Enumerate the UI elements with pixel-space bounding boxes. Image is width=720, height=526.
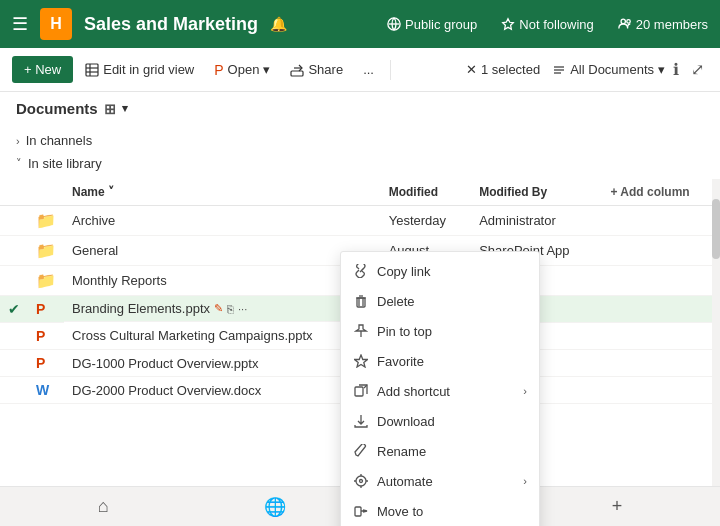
site-library-chevron: ˅ bbox=[16, 157, 22, 170]
file-name[interactable]: Archive bbox=[64, 206, 381, 236]
file-name[interactable]: DG-1000 Product Overview.pptx bbox=[64, 350, 381, 377]
col-modified-by[interactable]: Modified By bbox=[471, 179, 602, 206]
menu-item-favorite[interactable]: Favorite bbox=[341, 346, 539, 376]
col-icon bbox=[28, 179, 64, 206]
selected-count: 1 selected bbox=[481, 62, 540, 77]
rename-label: Rename bbox=[377, 444, 426, 459]
svg-point-18 bbox=[356, 476, 366, 486]
file-modified-by: Administrator bbox=[471, 206, 602, 236]
site-title: Sales and Marketing bbox=[84, 14, 258, 35]
menu-item-move-to[interactable]: Move to bbox=[341, 496, 539, 526]
file-name[interactable]: DG-2000 Product Overview.docx bbox=[64, 377, 381, 404]
context-menu: Copy link Delete Pin to top Favorite bbox=[340, 251, 540, 526]
menu-item-automate[interactable]: Automate › bbox=[341, 466, 539, 496]
download-icon bbox=[353, 413, 369, 429]
info-button[interactable]: ℹ bbox=[669, 56, 683, 83]
more-button[interactable]: ... bbox=[355, 56, 382, 83]
col-name[interactable]: Name ˅ bbox=[64, 179, 381, 206]
svg-rect-14 bbox=[357, 298, 365, 307]
plus-icon[interactable]: + bbox=[612, 496, 623, 517]
public-group[interactable]: Public group bbox=[387, 17, 477, 32]
svg-marker-2 bbox=[503, 19, 514, 30]
new-button[interactable]: + New bbox=[12, 56, 73, 83]
globe-icon[interactable]: 🌐 bbox=[264, 496, 286, 518]
delete-icon bbox=[353, 293, 369, 309]
members-label: 20 members bbox=[636, 17, 708, 32]
delete-label: Delete bbox=[377, 294, 415, 309]
channels-chevron: › bbox=[16, 135, 20, 147]
file-name[interactable]: Cross Cultural Marketing Campaigns.pptx bbox=[64, 323, 381, 350]
menu-item-download[interactable]: Download bbox=[341, 406, 539, 436]
svg-point-19 bbox=[360, 480, 363, 483]
more-file-icon[interactable]: ··· bbox=[238, 303, 247, 315]
copy-link-label: Copy link bbox=[377, 264, 430, 279]
col-add[interactable]: + Add column bbox=[602, 179, 720, 206]
menu-item-rename[interactable]: Rename bbox=[341, 436, 539, 466]
app-logo: H bbox=[40, 8, 72, 40]
file-list-area: Name ˅ Modified Modified By + Add column… bbox=[0, 179, 720, 526]
not-following-label: Not following bbox=[519, 17, 593, 32]
expand-button[interactable]: ⤢ bbox=[687, 56, 708, 83]
site-library-label: In site library bbox=[28, 156, 102, 171]
logo-letter: H bbox=[50, 15, 62, 33]
open-label: Open bbox=[228, 62, 260, 77]
svg-point-3 bbox=[621, 19, 625, 23]
menu-item-add-shortcut[interactable]: Add shortcut › bbox=[341, 376, 539, 406]
tree-item-site-library[interactable]: ˅ In site library bbox=[16, 152, 704, 175]
move-to-icon bbox=[353, 503, 369, 519]
copy-link-icon bbox=[353, 263, 369, 279]
automate-arrow: › bbox=[523, 475, 527, 487]
docx-icon: W bbox=[36, 382, 49, 398]
all-docs-dropdown[interactable]: All Documents ▾ bbox=[552, 62, 665, 77]
svg-point-4 bbox=[627, 20, 631, 24]
public-group-label: Public group bbox=[405, 17, 477, 32]
tree-item-channels[interactable]: › In channels bbox=[16, 129, 704, 152]
file-name[interactable]: Branding Elements.pptx ✎ ⎘ ··· bbox=[64, 296, 381, 322]
members[interactable]: 20 members bbox=[618, 17, 708, 32]
view-chevron[interactable]: ▾ bbox=[122, 102, 128, 115]
edit-status-icon: ✎ bbox=[214, 302, 223, 315]
scrollbar-vertical[interactable] bbox=[712, 179, 720, 526]
pin-label: Pin to top bbox=[377, 324, 432, 339]
menu-item-pin[interactable]: Pin to top bbox=[341, 316, 539, 346]
open-chevron: ▾ bbox=[263, 62, 270, 77]
edit-grid-label: Edit in grid view bbox=[103, 62, 194, 77]
share-label: Share bbox=[308, 62, 343, 77]
menu-item-copy-link[interactable]: Copy link bbox=[341, 256, 539, 286]
folder-icon: 📁 bbox=[36, 242, 56, 259]
menu-item-delete[interactable]: Delete bbox=[341, 286, 539, 316]
file-modified: Yesterday bbox=[381, 206, 472, 236]
not-following[interactable]: Not following bbox=[501, 17, 593, 32]
view-options-icon[interactable]: ⊞ bbox=[104, 101, 116, 117]
file-name[interactable]: General bbox=[64, 236, 381, 266]
add-shortcut-icon bbox=[353, 383, 369, 399]
pptx-icon: P bbox=[36, 355, 45, 371]
documents-title: Documents bbox=[16, 100, 98, 117]
toolbar: + New Edit in grid view P Open ▾ Share .… bbox=[0, 48, 720, 92]
col-check bbox=[0, 179, 28, 206]
table-row[interactable]: 📁 Archive Yesterday Administrator bbox=[0, 206, 720, 236]
file-name[interactable]: Monthly Reports bbox=[64, 266, 381, 296]
table-header-row: Name ˅ Modified Modified By + Add column bbox=[0, 179, 720, 206]
home-icon[interactable]: ⌂ bbox=[98, 496, 109, 517]
open-button[interactable]: P Open ▾ bbox=[206, 56, 278, 84]
add-shortcut-arrow: › bbox=[523, 385, 527, 397]
edit-grid-button[interactable]: Edit in grid view bbox=[77, 56, 202, 83]
add-shortcut-label: Add shortcut bbox=[377, 384, 450, 399]
doc-section-header: Documents ⊞ ▾ bbox=[0, 92, 720, 125]
automate-label: Automate bbox=[377, 474, 433, 489]
main-content: Documents ⊞ ▾ › In channels ˅ In site li… bbox=[0, 92, 720, 526]
hamburger-icon[interactable]: ☰ bbox=[12, 13, 28, 35]
svg-rect-17 bbox=[355, 387, 363, 396]
folder-icon: 📁 bbox=[36, 212, 56, 229]
svg-rect-10 bbox=[291, 71, 303, 76]
favorite-icon bbox=[353, 353, 369, 369]
col-modified[interactable]: Modified bbox=[381, 179, 472, 206]
speaker-icon: 🔔 bbox=[270, 16, 287, 32]
close-selected-icon[interactable]: ✕ bbox=[466, 62, 477, 77]
checked-icon: ✔ bbox=[8, 301, 20, 317]
share-button[interactable]: Share bbox=[282, 56, 351, 83]
scrollbar-thumb[interactable] bbox=[712, 199, 720, 259]
pptx-icon: P bbox=[36, 328, 45, 344]
folder-icon: 📁 bbox=[36, 272, 56, 289]
